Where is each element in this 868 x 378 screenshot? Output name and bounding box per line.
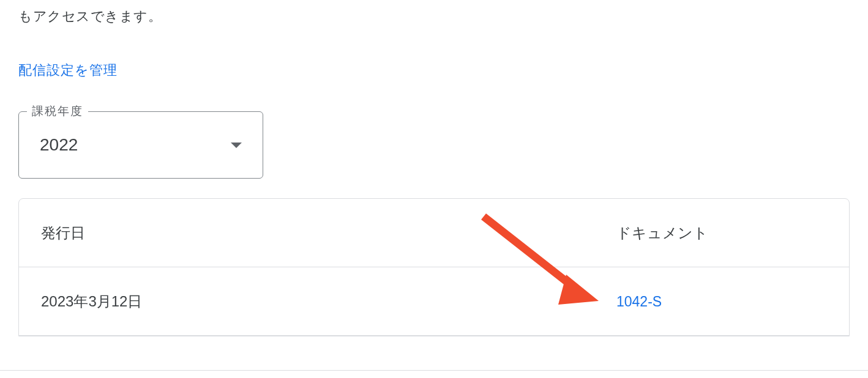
tax-year-select[interactable]: 2022 [18, 111, 263, 179]
table-row: 2023年3月12日 1042-S [19, 267, 849, 336]
manage-delivery-link[interactable]: 配信設定を管理 [18, 61, 118, 80]
footer-divider [0, 370, 868, 371]
intro-line-1: もアクセスできます。 [18, 9, 162, 24]
header-document: ドキュメント [616, 223, 708, 243]
tax-year-label: 課税年度 [27, 103, 88, 119]
tax-year-dropdown-container: 課税年度 2022 [18, 111, 263, 179]
tax-year-value: 2022 [40, 135, 78, 155]
chevron-down-icon [231, 143, 242, 148]
intro-text: もアクセスできます。 [18, 5, 850, 28]
header-issue-date: 発行日 [41, 223, 616, 243]
document-link-1042s[interactable]: 1042-S [616, 294, 662, 309]
documents-table: 発行日 ドキュメント 2023年3月12日 1042-S [18, 198, 850, 336]
cell-issue-date: 2023年3月12日 [41, 292, 616, 311]
table-header-row: 発行日 ドキュメント [19, 199, 849, 267]
